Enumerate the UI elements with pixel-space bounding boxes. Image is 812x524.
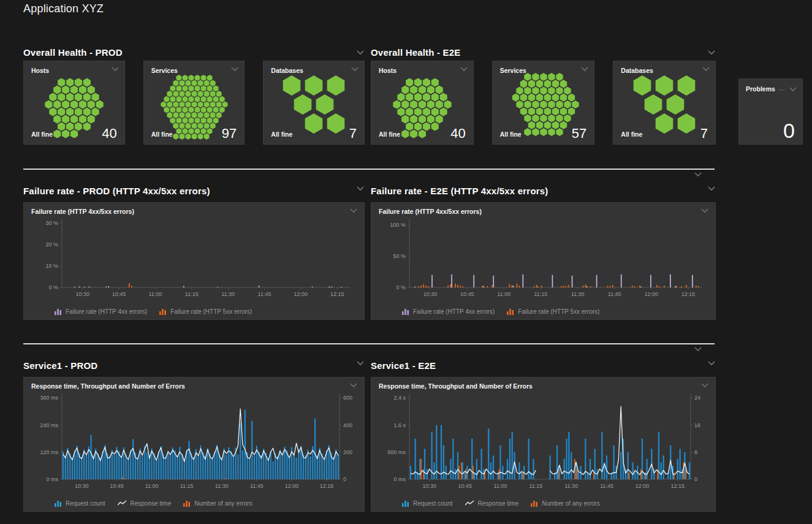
health-tile-hosts-prod[interactable]: Hosts All fine 40 [23,61,125,145]
hexagon[interactable] [556,114,563,122]
hexagon[interactable] [188,75,194,81]
hexagon[interactable] [170,85,175,91]
hexagon[interactable] [207,128,212,134]
service-chart-prod[interactable]: 360 ms240 ms120 ms0 ms600400200010:3010:… [24,390,364,495]
hexagon[interactable] [70,115,78,124]
hexagon[interactable] [188,107,194,113]
hexagon[interactable] [401,130,409,139]
hexagon[interactable] [540,86,547,94]
hexagon[interactable] [393,101,400,109]
legend-item[interactable]: Number of any errors [531,500,599,507]
hexagon[interactable] [431,123,439,131]
hexagon[interactable] [516,86,523,94]
hexagon[interactable] [203,134,209,140]
hexagon[interactable] [75,93,82,102]
hexagon[interactable] [179,91,184,97]
chevron-down-icon[interactable] [700,208,709,213]
hexagon[interactable] [79,101,86,109]
hexagon[interactable] [410,115,417,124]
hexagon[interactable] [216,101,221,107]
health-tile-databases-e2e[interactable]: Databases All fine 7 [613,61,716,145]
hexagon[interactable] [436,86,443,94]
hexagon[interactable] [431,93,439,102]
hexagon[interactable] [552,94,558,102]
hexagon[interactable] [410,130,417,139]
hexagon[interactable] [88,101,95,109]
hexagon[interactable] [436,115,443,124]
chevron-down-icon[interactable] [702,66,710,72]
chevron-down-icon[interactable] [460,66,468,72]
hexagon[interactable] [88,115,95,124]
hexagon[interactable] [88,86,95,94]
hexagon[interactable] [401,101,409,109]
hexagon[interactable] [66,123,74,131]
chevron-down-icon[interactable] [707,50,716,55]
chevron-down-icon[interactable] [111,66,120,72]
hexagon[interactable] [556,101,563,108]
hexagon[interactable] [540,128,547,136]
hexagon[interactable] [294,94,312,115]
hexagon[interactable] [423,108,430,116]
hexagon[interactable] [207,118,212,124]
hexagon[interactable] [516,101,523,108]
hexagon[interactable] [191,112,197,118]
hexagon[interactable] [410,86,417,94]
hexagon[interactable] [305,113,323,134]
hexagon[interactable] [222,101,227,107]
hexagon[interactable] [431,108,439,116]
hexagon[interactable] [520,107,526,115]
hexagon[interactable] [410,101,417,109]
legend-item[interactable]: Number of any errors [183,500,252,507]
hexagon[interactable] [213,107,218,113]
hexagon[interactable] [197,112,203,118]
hexagon[interactable] [423,123,430,131]
chart-canvas[interactable]: 30 %20 %10 %0 %10:3010:4511:0011:1511:30… [24,215,364,301]
hexagon[interactable] [540,73,547,81]
hexagon[interactable] [191,91,197,97]
hexagon[interactable] [197,123,203,129]
hexagon[interactable] [216,91,221,97]
hexagon[interactable] [532,101,539,108]
hexagon[interactable] [92,108,99,116]
hexagon[interactable] [210,101,215,107]
legend-item[interactable]: Response time [118,500,172,507]
failure-rate-chart-tile-prod[interactable]: Failure rate (HTTP 4xx/5xx errors) 30 %2… [23,202,365,320]
hexagon[interactable] [427,86,434,94]
hexagon[interactable] [210,80,215,86]
hexagon[interactable] [548,101,555,108]
chevron-down-icon[interactable] [707,186,716,191]
hexagon[interactable] [414,78,422,87]
hexagon[interactable] [53,101,61,109]
hexagon[interactable] [191,134,197,140]
hexagon[interactable] [176,118,181,124]
hexagon[interactable] [188,128,194,134]
hexagon[interactable] [536,94,542,102]
hexagon[interactable] [191,123,197,129]
chevron-down-icon[interactable] [789,86,797,92]
hexagon[interactable] [191,80,197,86]
hexagon[interactable] [524,86,531,94]
hexagon[interactable] [182,75,188,81]
hexagon[interactable] [62,101,69,109]
hexagon[interactable] [406,123,413,131]
hexagon[interactable] [176,75,181,81]
hexagon[interactable] [79,86,86,94]
hexagon[interactable] [536,121,542,129]
legend-item[interactable]: Response time [465,500,519,507]
legend-item[interactable]: Failure rate (HTTP 5xx errors) [507,308,599,315]
hexagon[interactable] [572,101,579,108]
hexagon[interactable] [49,93,56,102]
hexagon[interactable] [532,128,539,136]
hexagon[interactable] [194,107,200,113]
chevron-down-icon[interactable] [700,382,709,388]
hexagon[interactable] [96,101,104,109]
hexagon[interactable] [427,115,434,124]
hexagon[interactable] [182,96,188,102]
hexagon[interactable] [173,123,178,129]
hexagon[interactable] [564,101,571,108]
hexagon[interactable] [560,94,566,102]
hexagon[interactable] [197,80,203,86]
hexagon[interactable] [548,114,555,122]
hexagon[interactable] [540,101,547,108]
hexagon[interactable] [524,114,531,122]
